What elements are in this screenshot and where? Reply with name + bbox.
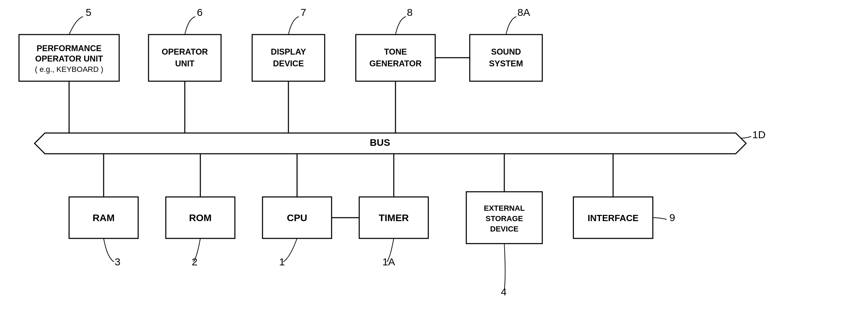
perf-op-label1: PERFORMANCE [37, 44, 102, 53]
ext-storage-label3: DEVICE [490, 225, 518, 233]
ref-5: 5 [86, 7, 92, 18]
block-diagram: BUS PERFORMANCE OPERATOR UNIT ( e.g., KE… [0, 0, 868, 331]
ext-storage-label2: STORAGE [486, 214, 523, 223]
sound-label2: SYSTEM [489, 59, 523, 68]
tone-gen-label2: GENERATOR [369, 59, 421, 68]
ram-label: RAM [93, 212, 115, 223]
ref-8: 8 [407, 7, 413, 18]
perf-op-label3: ( e.g., KEYBOARD ) [35, 65, 103, 74]
op-unit-label1: OPERATOR [162, 47, 208, 56]
ref-1d: 1D [752, 129, 765, 140]
rom-label: ROM [189, 212, 211, 223]
svg-rect-16 [356, 35, 435, 81]
sound-label1: SOUND [491, 47, 521, 56]
ref-1: 1 [279, 256, 285, 267]
svg-marker-5 [35, 133, 746, 154]
ref-9: 9 [669, 212, 675, 223]
ref-7: 7 [301, 7, 306, 18]
ref-4: 4 [501, 286, 507, 297]
ref-1a: 1A [382, 256, 395, 267]
svg-rect-14 [149, 35, 221, 81]
cpu-label: CPU [287, 212, 307, 223]
ref-6: 6 [197, 7, 203, 18]
interface-label: INTERFACE [588, 213, 638, 223]
svg-rect-15 [252, 35, 325, 81]
tone-gen-label1: TONE [384, 47, 407, 56]
diagram-svg: BUS PERFORMANCE OPERATOR UNIT ( e.g., KE… [0, 0, 868, 331]
display-label2: DEVICE [273, 59, 304, 68]
bus-label: BUS [370, 137, 390, 148]
perf-op-label2: OPERATOR UNIT [35, 54, 103, 63]
timer-label: TIMER [379, 212, 409, 223]
op-unit-label2: UNIT [175, 59, 194, 68]
ext-storage-label1: EXTERNAL [484, 204, 525, 212]
ref-8a: 8A [517, 7, 530, 18]
ref-2: 2 [192, 256, 198, 267]
display-label1: DISPLAY [271, 47, 306, 56]
ref-3: 3 [115, 256, 121, 267]
svg-rect-17 [470, 35, 542, 81]
